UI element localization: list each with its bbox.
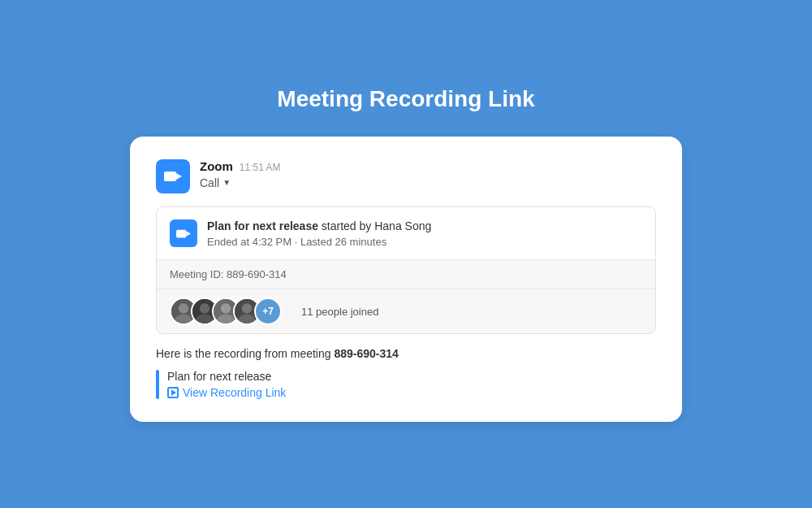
recording-plan-title: Plan for next release xyxy=(167,370,286,383)
meeting-subtitle: Ended at 4:32 PM · Lasted 26 minutes xyxy=(207,236,642,248)
plus-badge: +7 xyxy=(254,297,282,325)
plus-count: +7 xyxy=(262,306,274,317)
svg-point-5 xyxy=(179,304,188,314)
play-triangle-icon xyxy=(171,389,176,396)
zoom-avatar xyxy=(156,159,190,193)
meeting-id-row: Meeting ID: 889-690-314 xyxy=(157,260,655,289)
blue-bar-decoration xyxy=(156,370,159,399)
call-label: Call xyxy=(200,176,219,189)
meeting-camera-icon xyxy=(176,228,191,239)
svg-marker-3 xyxy=(186,231,191,237)
svg-rect-0 xyxy=(164,172,176,181)
svg-point-11 xyxy=(221,304,231,314)
message-header: Zoom 11:51 AM Call ▼ xyxy=(156,159,656,193)
play-icon xyxy=(167,387,179,398)
link-content: Plan for next release View Recording Lin… xyxy=(167,370,286,399)
meeting-text-group: Plan for next release started by Hana So… xyxy=(207,219,642,249)
recording-text-prefix: Here is the recording from meeting xyxy=(156,347,334,360)
svg-point-8 xyxy=(200,304,209,314)
dropdown-arrow-icon[interactable]: ▼ xyxy=(222,178,231,187)
svg-marker-1 xyxy=(176,173,182,180)
call-row: Call ▼ xyxy=(200,176,656,189)
page-title: Meeting Recording Link xyxy=(277,86,534,112)
sender-name: Zoom xyxy=(200,159,233,173)
sender-info: Zoom 11:51 AM Call ▼ xyxy=(200,159,656,189)
zoom-camera-icon xyxy=(164,170,182,183)
meeting-title: Plan for next release started by Hana So… xyxy=(207,219,642,235)
meeting-card: Plan for next release started by Hana So… xyxy=(156,206,656,335)
meeting-title-rest: started by Hana Song xyxy=(318,219,431,232)
svg-rect-2 xyxy=(176,229,186,237)
participants-row: +7 11 people joined xyxy=(157,289,655,333)
avatars-stack: +7 xyxy=(170,297,282,325)
meeting-zoom-icon xyxy=(170,219,197,247)
message-timestamp: 11:51 AM xyxy=(240,162,281,173)
main-card: Zoom 11:51 AM Call ▼ Plan for next relea… xyxy=(130,137,682,423)
recording-link-block: Plan for next release View Recording Lin… xyxy=(156,370,656,399)
view-recording-link[interactable]: View Recording Link xyxy=(167,386,286,399)
svg-point-14 xyxy=(242,304,252,314)
recording-meeting-id: 889-690-314 xyxy=(334,347,398,360)
participants-count: 11 people joined xyxy=(301,306,378,318)
recording-message: Here is the recording from meeting 889-6… xyxy=(156,347,656,360)
meeting-info-row: Plan for next release started by Hana So… xyxy=(157,207,655,261)
sender-row: Zoom 11:51 AM xyxy=(200,159,656,173)
meeting-id-text: Meeting ID: 889-690-314 xyxy=(170,268,287,280)
meeting-title-bold: Plan for next release xyxy=(207,219,318,232)
view-recording-label: View Recording Link xyxy=(183,386,286,399)
